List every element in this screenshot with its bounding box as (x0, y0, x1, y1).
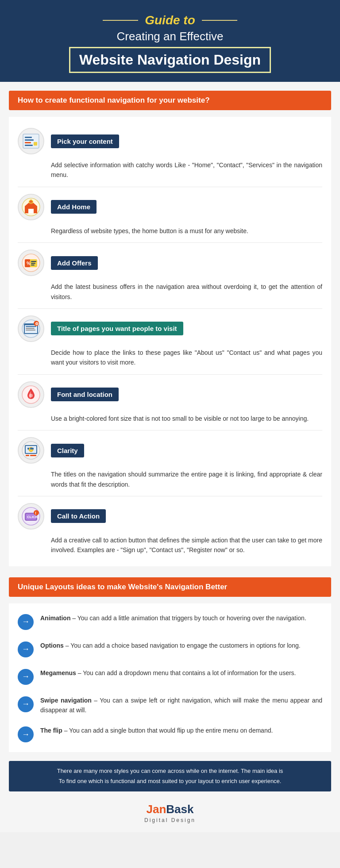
options-label: Options (40, 642, 64, 649)
options-desc: Options – You can add a choice based nav… (40, 641, 301, 650)
arrow-symbol-4: → (22, 699, 30, 709)
svg-rect-22 (26, 326, 36, 327)
arrow-icon-options: → (18, 641, 34, 657)
add-home-icon-circle (18, 194, 44, 220)
section2-content: → Animation – You can add a little anima… (9, 603, 331, 753)
arrow-icon-flip: → (18, 726, 34, 742)
item-clarity: Clarity (9, 430, 331, 466)
footer-line2: To find one which is functional and most… (59, 778, 282, 784)
font-location-icon-circle (18, 381, 44, 408)
pick-content-title: Pick your content (51, 134, 119, 148)
clarity-icon (21, 441, 41, 460)
item-title-pages: ⚙ Title of pages you want people to visi… (9, 309, 331, 344)
svg-rect-24 (26, 330, 35, 330)
font-location-desc: Use a bright-colored font size that is n… (9, 410, 331, 430)
add-offers-title: Add Offers (51, 256, 98, 270)
svg-rect-23 (26, 328, 35, 329)
item-call-action: CLICK ! Call to Action (9, 496, 331, 532)
megamenus-text: – You can add a dropdown menu that conta… (76, 669, 296, 676)
brand-jan: Jan (147, 803, 166, 816)
megamenus-label: Megamenus (40, 669, 76, 676)
svg-rect-36 (30, 448, 34, 449)
svg-rect-2 (25, 139, 34, 141)
svg-point-41 (34, 510, 39, 515)
item-animation: → Animation – You can add a little anima… (9, 608, 331, 635)
header-subtitle: Creating an Effective (27, 30, 313, 43)
home-icon (21, 197, 41, 217)
brand-sub: Digital Design (0, 817, 340, 823)
svg-text:CLICK: CLICK (27, 515, 38, 519)
add-offers-icon-circle: % (18, 250, 44, 276)
item-font-location: Font and location (9, 375, 331, 410)
footer-note: There are many more styles you can come … (9, 761, 331, 791)
animation-label: Animation (40, 615, 70, 622)
clarity-desc: The titles on the navigation should summ… (9, 466, 331, 496)
arrow-symbol-3: → (22, 672, 30, 681)
svg-rect-33 (26, 455, 29, 456)
clarity-title: Clarity (51, 444, 84, 457)
item-swipe: → Swipe navigation – You can a swipe lef… (9, 690, 331, 721)
page-container: Guide to Creating an Effective Website N… (0, 0, 340, 832)
add-home-title: Add Home (51, 200, 97, 214)
svg-rect-18 (31, 265, 35, 265)
svg-rect-5 (34, 142, 37, 146)
item-add-home: Add Home (9, 187, 331, 223)
svg-rect-4 (25, 145, 33, 146)
svg-rect-8 (28, 209, 34, 213)
svg-rect-16 (31, 261, 36, 262)
pages-icon: ⚙ (21, 319, 41, 338)
header-main-box: Website Navigation Design (69, 47, 271, 73)
animation-text: – You can add a little animation that tr… (70, 615, 306, 622)
font-icon (21, 385, 41, 404)
call-action-desc: Add a creative call to action button tha… (9, 532, 331, 562)
flip-text: – You can add a single button that would… (62, 727, 273, 734)
section1-header: How to create functional navigation for … (9, 91, 331, 110)
header: Guide to Creating an Effective Website N… (0, 0, 340, 82)
call-action-title: Call to Action (51, 509, 106, 523)
svg-rect-34 (30, 455, 36, 456)
item-pick-content: Pick your content (9, 121, 331, 157)
add-home-desc: Regardless of website types, the home bu… (9, 223, 331, 242)
svg-rect-1 (25, 137, 32, 138)
item-flip: → The flip – You can add a single button… (9, 720, 331, 748)
item-megamenus: → Megamenus – You can add a dropdown men… (9, 663, 331, 690)
section1-content: Pick your content Add selective informat… (9, 117, 331, 566)
brand-footer: JanBask Digital Design (0, 796, 340, 832)
clarity-icon-circle (18, 437, 44, 464)
header-main-title: Website Navigation Design (79, 52, 261, 68)
svg-rect-35 (27, 448, 29, 449)
pick-content-icon-circle (18, 128, 44, 154)
header-line: Guide to (27, 13, 313, 27)
arrow-icon-megamenus: → (18, 669, 34, 685)
header-guide-label: Guide to (145, 13, 195, 27)
swipe-desc: Swipe navigation – You can a swipe left … (40, 695, 322, 715)
flip-label: The flip (40, 727, 62, 734)
arrow-symbol-5: → (22, 730, 30, 739)
arrow-icon-swipe: → (18, 696, 34, 712)
arrow-symbol-2: → (22, 645, 30, 654)
svg-text:!: ! (35, 511, 36, 515)
brand-bask: Bask (166, 803, 193, 816)
pick-content-desc: Add selective information with catchy wo… (9, 157, 331, 187)
section1-header-text: How to create functional navigation for … (18, 96, 210, 104)
svg-text:%: % (27, 261, 31, 266)
section2-header: Unique Layouts ideas to make Website's N… (9, 577, 331, 597)
animation-desc: Animation – You can add a little animati… (40, 613, 306, 623)
flip-desc: The flip – You can add a single button t… (40, 726, 273, 735)
svg-rect-17 (31, 263, 35, 264)
brand-name: JanBask (0, 803, 340, 816)
footer-line1: There are many more styles you can come … (57, 768, 283, 774)
megamenus-desc: Megamenus – You can add a dropdown menu … (40, 668, 296, 678)
svg-rect-0 (23, 134, 39, 148)
arrow-icon-animation: → (18, 614, 34, 630)
svg-point-28 (29, 394, 33, 397)
font-location-title: Font and location (51, 388, 119, 401)
options-text: – You can add a choice based navigation … (64, 642, 301, 649)
list-icon (21, 131, 41, 151)
title-pages-desc: Decide how to place the links to these p… (9, 344, 331, 374)
footer-note-text: There are many more styles you can come … (18, 766, 322, 786)
call-action-icon-circle: CLICK ! (18, 503, 44, 530)
item-options: → Options – You can add a choice based n… (9, 635, 331, 663)
svg-text:⚙: ⚙ (35, 322, 39, 326)
svg-rect-3 (25, 142, 31, 143)
